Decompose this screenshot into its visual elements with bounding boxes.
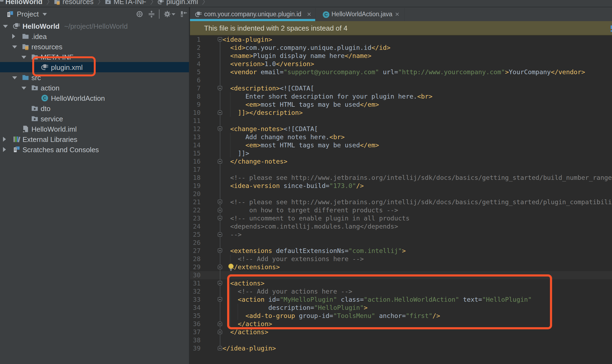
line-number: 6: [184, 76, 201, 84]
settings-gear-icon[interactable]: [163, 10, 171, 18]
tree-item-label: Scratches and Consoles: [22, 146, 99, 154]
fold-start-marker[interactable]: [218, 126, 222, 131]
clipped-icon-fragment: [0, 0, 4, 2]
chevron-down-icon[interactable]: [43, 13, 47, 16]
code-line-5: <vendor email="support@yourcompany.com" …: [223, 68, 585, 76]
code-line-9: <em>most HTML tags may be used</em>: [223, 100, 379, 109]
fold-end-marker[interactable]: [218, 265, 222, 269]
breadcrumb-item[interactable]: resources: [63, 0, 94, 6]
locate-icon[interactable]: [136, 10, 143, 18]
tree-plugin-xml-highlight: [32, 56, 96, 76]
collapsed-arrow-icon[interactable]: [12, 34, 15, 39]
folder-package-icon: [31, 115, 38, 122]
code-line-3: <name>Plugin display name here</name>: [223, 52, 371, 60]
tree-item-resources[interactable]: resources: [0, 41, 189, 52]
expanded-arrow-icon[interactable]: [12, 46, 17, 48]
line-number: 34: [184, 304, 201, 312]
fold-end-marker[interactable]: [218, 208, 222, 212]
tree-item-dto[interactable]: dto: [0, 103, 189, 113]
tree-item-external-libraries[interactable]: External Libraries: [0, 134, 189, 144]
line-number: 11: [184, 117, 201, 125]
line-number: 3: [184, 52, 201, 60]
fold-end-marker[interactable]: [218, 330, 222, 334]
collapsed-arrow-icon[interactable]: [3, 137, 6, 142]
line-number: 17: [184, 165, 201, 174]
fold-start-marker[interactable]: [218, 86, 222, 90]
fold-start-marker[interactable]: [218, 297, 222, 302]
tree-item-service[interactable]: service: [0, 113, 189, 124]
tree-item-label: External Libraries: [22, 135, 77, 144]
tab-label: HelloWorldAction.java: [331, 11, 392, 18]
editor-tab-bar: com.your.company.unique.plugin.id CHello…: [190, 7, 612, 21]
line-number: 36: [184, 320, 201, 328]
fold-start-marker[interactable]: [218, 248, 222, 253]
tab-separator: [404, 8, 405, 21]
fold-end-marker[interactable]: [218, 321, 222, 326]
fold-start-marker[interactable]: [218, 37, 222, 42]
tree-item--idea[interactable]: .idea: [0, 31, 189, 41]
line-number: 9: [184, 100, 201, 109]
code-line-18: <!-- please see http://www.jetbrains.org…: [223, 174, 612, 182]
code-line-13: Add change notes here.<br>: [223, 133, 345, 141]
breadcrumb-item[interactable]: HelloWorld: [5, 0, 43, 6]
line-number: 12: [184, 125, 201, 133]
code-line-12: <change-notes><![CDATA[: [223, 125, 318, 133]
line-number: 24: [184, 222, 201, 230]
line-number: 29: [184, 263, 201, 271]
fold-end-marker[interactable]: [218, 110, 222, 115]
breadcrumb-separator-icon: [97, 0, 101, 6]
tree-item-scratches-and-consoles[interactable]: Scratches and Consoles: [0, 144, 189, 155]
expanded-arrow-icon[interactable]: [21, 56, 26, 59]
collapse-all-icon[interactable]: [148, 10, 155, 18]
collapsed-arrow-icon[interactable]: [3, 147, 6, 152]
code-line-15: ]]>: [223, 149, 249, 157]
tree-item-helloworldaction[interactable]: CHelloWorldAction: [0, 93, 189, 103]
project-panel-title[interactable]: Project: [17, 10, 39, 18]
fold-end-marker[interactable]: [218, 159, 222, 164]
fold-start-marker[interactable]: [218, 281, 222, 285]
code-line-4: <version>1.0</version>: [223, 60, 314, 68]
tree-item-label: action: [41, 84, 59, 92]
breadcrumb-item[interactable]: META-INF: [114, 0, 146, 6]
close-icon[interactable]: [395, 12, 400, 17]
line-number: 25: [184, 230, 201, 239]
editor-tab-2[interactable]: CHelloWorldAction.java: [315, 7, 404, 21]
lightbulb-icon[interactable]: [227, 263, 235, 271]
libraries-icon: [13, 135, 20, 143]
code-line-24: <depends>com.intellij.modules.lang</depe…: [223, 222, 398, 230]
folder-package-icon: [31, 84, 38, 92]
breadcrumb-separator-icon: [150, 0, 154, 6]
indent-notification-banner: This file is indented with 2 spaces inst…: [190, 21, 612, 35]
close-icon[interactable]: [307, 12, 311, 17]
code-line-1: <idea-plugin>: [223, 35, 272, 44]
tree-item-helloworld-iml[interactable]: HelloWorld.iml: [0, 124, 189, 134]
line-number: 27: [184, 247, 201, 255]
expanded-arrow-icon[interactable]: [21, 87, 26, 90]
gear-dropdown-caret-icon[interactable]: [172, 13, 175, 15]
code-line-16: </change-notes>: [223, 157, 287, 165]
code-line-14: <em>most HTML tags may be used</em>: [223, 141, 379, 149]
line-number: 37: [184, 328, 201, 336]
plugin-icon: [157, 0, 164, 5]
expanded-arrow-icon[interactable]: [12, 76, 17, 79]
line-number: 4: [184, 60, 201, 68]
svg-text:C: C: [324, 12, 328, 17]
folder-package-icon: [31, 105, 38, 112]
ide-window: HelloWorld resources META-INF plugin.xml…: [0, 0, 612, 364]
folder-package-icon: [105, 0, 111, 5]
line-number: 21: [184, 198, 201, 206]
fold-start-marker[interactable]: [218, 200, 222, 204]
fold-end-marker[interactable]: [218, 232, 222, 237]
breadcrumb-item[interactable]: plugin.xml: [166, 0, 198, 6]
line-number: 30: [184, 271, 201, 279]
tree-item-action[interactable]: action: [0, 83, 189, 93]
project-path-label: ~/project/HelloWorld: [64, 22, 128, 30]
line-number: 5: [184, 68, 201, 76]
tree-item-helloworld[interactable]: HelloWorld~/project/HelloWorld: [0, 21, 189, 31]
fold-start-marker[interactable]: [218, 216, 222, 220]
fold-end-marker[interactable]: [218, 346, 222, 350]
code-line-2: <id>com.your.company.unique.plugin.id</i…: [223, 44, 391, 52]
hide-panel-icon[interactable]: [180, 10, 188, 18]
line-number: 16: [184, 157, 201, 165]
expanded-arrow-icon[interactable]: [3, 25, 8, 28]
